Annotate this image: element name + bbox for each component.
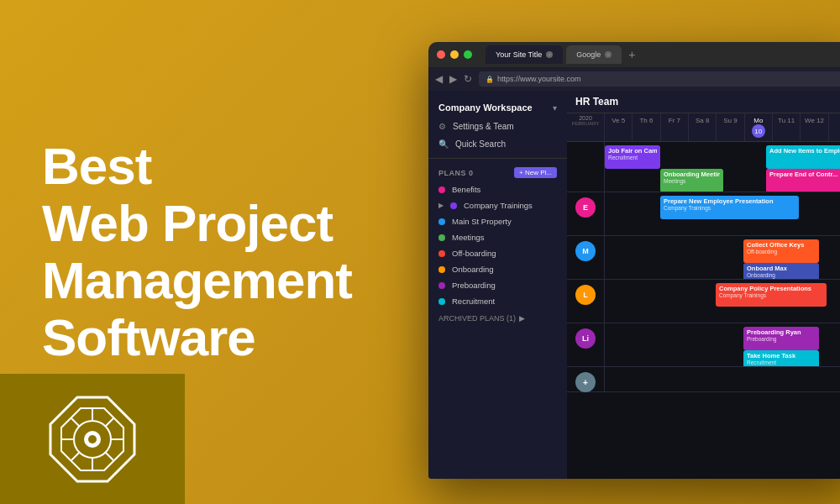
avatar-person5: +: [575, 372, 596, 392]
archived-section[interactable]: ARCHIVED PLANS (1) ▶: [428, 309, 567, 328]
day-label-7: We 12: [805, 117, 824, 124]
traffic-light-green[interactable]: [464, 50, 472, 59]
day-header-7: We 12: [801, 113, 828, 141]
workspace-name: Company Workspace: [438, 102, 533, 113]
svg-line-9: [105, 418, 113, 427]
calendar-row-lisa: Li Preboarding Ryan Preboarding Take Hom…: [567, 323, 840, 367]
browser-content: Company Workspace ▾ ⚙ Settings & Team 🔍 …: [428, 91, 840, 479]
calendar-area: HR Team 2020 FEBRUARY Ve 5 Th 6 Fr 7 Sa …: [567, 91, 840, 479]
plan-item-onboarding[interactable]: Onboarding: [428, 261, 567, 277]
day-cells-mitch: Collect Office Keys Off-boarding Onboard…: [605, 236, 840, 279]
event-take-home-task[interactable]: Take Home Task Recruitment: [743, 350, 819, 366]
calendar-row-5: +: [567, 367, 840, 392]
plan-name-benefits: Benefits: [452, 185, 480, 194]
logo-box: [0, 374, 185, 504]
new-plan-button[interactable]: + New Pl...: [514, 167, 557, 178]
plan-item-trainings[interactable]: ▶ Company Trainings: [428, 197, 567, 213]
tab-yoursite[interactable]: Your Site Title ×: [486, 45, 563, 64]
headline-line3: Software: [42, 308, 255, 366]
svg-line-8: [105, 452, 113, 460]
event-company-policy-title: Company Policy Presentations: [719, 285, 823, 292]
plans-header: PLANS 0 + New Pl...: [428, 164, 567, 181]
day-header-1: Th 6: [633, 113, 660, 141]
left-content: Best Web Project Management Software: [0, 87, 403, 417]
event-prepare-end[interactable]: Prepare End of Contr...: [766, 169, 840, 192]
headline-line1: Best: [42, 137, 151, 195]
event-prepare-presentation[interactable]: Prepare New Employee Presentation Compan…: [660, 196, 799, 219]
plan-dot-trainings: [450, 202, 457, 209]
calendar-grid-header: 2020 FEBRUARY Ve 5 Th 6 Fr 7 Sa 8 Su 9 M…: [567, 113, 840, 142]
refresh-button[interactable]: ↻: [464, 73, 472, 85]
calendar-row-eliza: E Prepare New Employee Presentation Comp…: [567, 192, 840, 236]
plan-item-property[interactable]: Main St Property: [428, 213, 567, 229]
plan-item-offboarding[interactable]: Off-boarding: [428, 245, 567, 261]
day-header-8: [829, 113, 840, 141]
calendar-row-mitch: M Collect Office Keys Off-boarding Onboa…: [567, 236, 840, 280]
event-company-policy[interactable]: Company Policy Presentations Company Tra…: [716, 283, 827, 307]
sidebar-item-settings[interactable]: ⚙ Settings & Team: [428, 118, 567, 135]
plans-label: PLANS 0: [438, 169, 474, 177]
event-add-items-title: Add New Items to Employee...: [769, 147, 840, 155]
plan-name-preboarding: Preboarding: [452, 281, 496, 290]
plan-dot-property: [438, 218, 445, 225]
event-add-new-items[interactable]: Add New Items to Employee...: [766, 145, 840, 169]
archived-label: ARCHIVED PLANS (1): [438, 314, 516, 323]
day-label-5-text: Mo: [753, 117, 763, 124]
headline-line2: Web Project Management: [42, 194, 352, 309]
event-collect-keys[interactable]: Collect Office Keys Off-boarding: [743, 239, 819, 263]
browser-chrome: Your Site Title × Google × +: [428, 42, 840, 67]
event-onboarding-meetings[interactable]: Onboarding Meetings Meetings: [660, 169, 723, 192]
new-tab-button[interactable]: +: [628, 48, 635, 61]
event-preboarding-ryan[interactable]: Preboarding Ryan Preboarding: [743, 327, 819, 350]
plan-dot-onboarding: [438, 266, 445, 273]
address-bar[interactable]: 🔒 https://www.yoursite.com: [479, 71, 840, 87]
traffic-light-red[interactable]: [437, 50, 445, 59]
event-preboarding-ryan-category: Preboarding: [747, 336, 816, 342]
plan-dot-offboarding: [438, 250, 445, 257]
event-prep-pres-title: Prepare New Employee Presentation: [664, 197, 795, 205]
tab-google[interactable]: Google ×: [566, 45, 622, 64]
workspace-chevron-icon: ▾: [553, 103, 557, 113]
archived-chevron-icon: ▶: [519, 314, 525, 323]
day-cols-header: Ve 5 Th 6 Fr 7 Sa 8 Su 9 Mo 10 Tu 11 We …: [605, 113, 840, 141]
plan-item-benefits[interactable]: Benefits: [428, 181, 567, 197]
day-cells-lisa: Preboarding Ryan Preboarding Take Home T…: [605, 323, 840, 366]
back-button[interactable]: ◀: [435, 73, 443, 85]
event-prep-pres-category: Company Trainings: [664, 205, 795, 211]
sidebar-item-search[interactable]: 🔍 Quick Search: [428, 135, 567, 153]
day-header-6: Tu 11: [773, 113, 801, 141]
plan-item-meetings[interactable]: Meetings: [428, 229, 567, 245]
day-header-3: Sa 8: [689, 113, 717, 141]
day-label-6: Tu 11: [778, 117, 795, 124]
traffic-light-yellow[interactable]: [450, 50, 459, 59]
main-container: Best Web Project Management Software: [0, 0, 840, 504]
tab-close-yoursite[interactable]: ×: [546, 51, 553, 58]
day-cells-0: Job Fair on Campus Recruitment Add New I…: [605, 142, 840, 192]
event-onboard-max[interactable]: Onboard Max Onboarding: [743, 263, 819, 279]
day-header-4: Su 9: [717, 113, 744, 141]
user-avatar-col-laura: L: [567, 280, 605, 323]
svg-line-7: [71, 418, 80, 427]
event-job-fair-category: Recruitment: [608, 155, 657, 160]
event-onboard-max-category: Onboarding: [747, 272, 816, 278]
day-label-1: Th 6: [639, 117, 653, 124]
plan-item-recruitment[interactable]: Recruitment: [428, 293, 567, 309]
day-header-5: Mo 10: [745, 113, 773, 141]
event-ob-meetings-category: Meetings: [664, 178, 720, 184]
tab-close-google[interactable]: ×: [605, 51, 612, 58]
workspace-header[interactable]: Company Workspace ▾: [428, 97, 567, 118]
event-company-policy-category: Company Trainings: [719, 292, 823, 298]
event-job-fair[interactable]: Job Fair on Campus Recruitment: [605, 145, 660, 169]
plan-name-onboarding: Onboarding: [452, 265, 494, 274]
event-preboarding-ryan-title: Preboarding Ryan: [747, 328, 816, 336]
svg-point-12: [88, 435, 97, 444]
team-name: HR Team: [575, 96, 618, 108]
headline: Best Web Project Management Software: [42, 138, 361, 367]
plan-item-preboarding[interactable]: Preboarding: [428, 277, 567, 293]
forward-button[interactable]: ▶: [449, 73, 457, 85]
day-label-3: Sa 8: [696, 117, 709, 124]
day-label-4: Su 9: [723, 117, 737, 124]
plan-dot-preboarding: [438, 282, 445, 289]
sidebar: Company Workspace ▾ ⚙ Settings & Team 🔍 …: [428, 91, 567, 479]
browser-tabs: Your Site Title × Google × +: [486, 45, 635, 64]
